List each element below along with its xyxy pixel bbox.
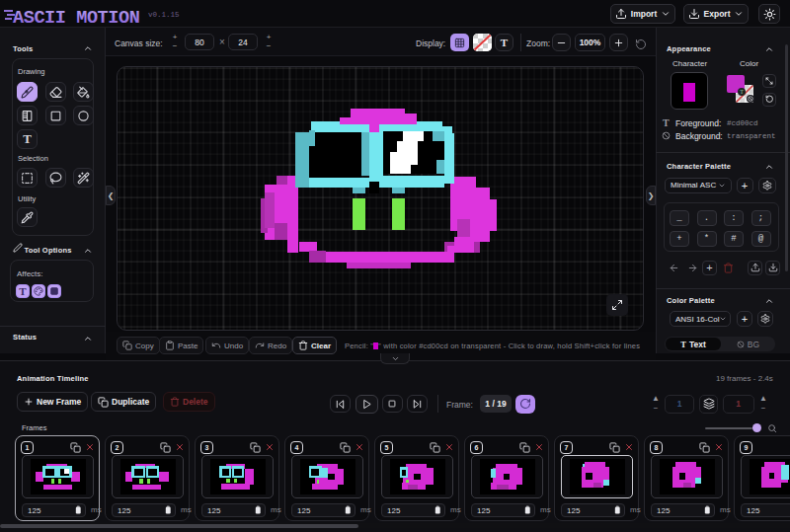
svg-text:ASCII MOTION: ASCII MOTION xyxy=(13,8,139,29)
